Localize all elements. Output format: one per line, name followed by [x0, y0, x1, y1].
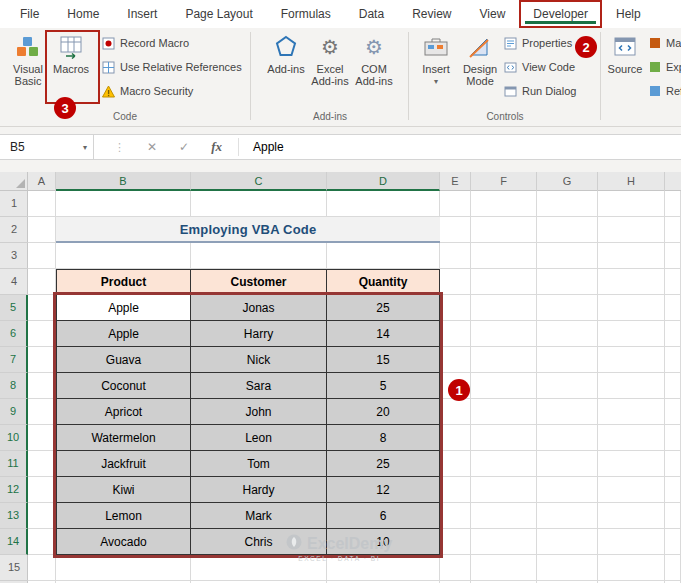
refresh-data-button[interactable]: Ref [648, 84, 681, 98]
chevron-down-icon[interactable]: ▾ [83, 143, 87, 152]
tab-developer[interactable]: Developer [519, 0, 602, 28]
tab-insert[interactable]: Insert [113, 0, 171, 28]
formula-bar-value[interactable]: Apple [253, 140, 284, 154]
column-header-F[interactable]: F [471, 172, 537, 191]
refresh-data-icon [648, 85, 661, 98]
row-header-2[interactable]: 2 [0, 217, 28, 243]
tab-data[interactable]: Data [345, 0, 398, 28]
expansion-packs-icon [648, 61, 661, 74]
row-header-10[interactable]: 10 [0, 425, 28, 451]
column-header-G[interactable]: G [537, 172, 598, 191]
add-ins-button[interactable]: Add-ins [264, 33, 308, 75]
tab-formulas[interactable]: Formulas [267, 0, 345, 28]
properties-button[interactable]: Properties [504, 36, 576, 50]
table-cell[interactable]: Coconut [56, 373, 191, 399]
expansion-packs-button[interactable]: Exp [648, 60, 681, 74]
tab-page-layout[interactable]: Page Layout [171, 0, 266, 28]
run-dialog-label: Run Dialog [522, 85, 576, 97]
table-cell[interactable]: 15 [327, 347, 440, 373]
record-macro-icon [102, 37, 115, 50]
row-header-3[interactable]: 3 [0, 243, 28, 269]
table-cell[interactable]: Kiwi [56, 477, 191, 503]
table-cell[interactable]: Watermelon [56, 425, 191, 451]
group-separator [250, 32, 251, 120]
table-cell[interactable]: John [191, 399, 327, 425]
design-mode-button[interactable]: Design Mode [458, 33, 502, 87]
tab-file[interactable]: File [6, 0, 53, 28]
row-header-13[interactable]: 13 [0, 503, 28, 529]
table-cell[interactable]: Avocado [56, 529, 191, 555]
table-cell[interactable]: 6 [327, 503, 440, 529]
macro-security-button[interactable]: Macro Security [102, 84, 242, 98]
row-header-15[interactable]: 15 [0, 555, 28, 581]
table-cell[interactable]: 25 [327, 451, 440, 477]
column-header-B[interactable]: B [56, 172, 191, 191]
macro-security-label: Macro Security [120, 85, 193, 97]
insert-control-button[interactable]: Insert ▾ [418, 33, 454, 88]
column-header-D[interactable]: D [327, 172, 440, 191]
table-cell[interactable]: Apricot [56, 399, 191, 425]
row-header-12[interactable]: 12 [0, 477, 28, 503]
record-macro-button[interactable]: Record Macro [102, 36, 242, 50]
gridline-vertical [597, 191, 598, 583]
table-cell[interactable]: Jackfruit [56, 451, 191, 477]
row-header-11[interactable]: 11 [0, 451, 28, 477]
cancel-icon[interactable]: ✕ [147, 140, 157, 154]
column-header-E[interactable]: E [440, 172, 471, 191]
run-dialog-button[interactable]: Run Dialog [504, 84, 576, 98]
chevron-down-icon: ▾ [434, 76, 438, 88]
com-add-ins-button[interactable]: ⚙ COM Add-ins [352, 33, 396, 87]
table-cell[interactable]: 12 [327, 477, 440, 503]
use-relative-references-button[interactable]: Use Relative References [102, 60, 242, 74]
name-box[interactable]: B5 ▾ [0, 135, 94, 159]
tab-view[interactable]: View [466, 0, 520, 28]
table-cell[interactable]: 25 [327, 295, 440, 321]
enter-icon[interactable]: ✓ [179, 140, 189, 154]
source-label: Source [608, 63, 643, 75]
row-header-9[interactable]: 9 [0, 399, 28, 425]
column-header-A[interactable]: A [28, 172, 56, 191]
row-header-8[interactable]: 8 [0, 373, 28, 399]
row-header-14[interactable]: 14 [0, 529, 28, 555]
table-cell[interactable]: Harry [191, 321, 327, 347]
table-cell[interactable]: Leon [191, 425, 327, 451]
row-header-4[interactable]: 4 [0, 269, 28, 295]
map-properties-button[interactable]: Ma [648, 36, 681, 50]
table-cell[interactable]: Sara [191, 373, 327, 399]
view-code-button[interactable]: View Code [504, 60, 576, 74]
formula-bar-separator [238, 138, 239, 156]
annotation-step-3: 3 [54, 97, 76, 119]
excel-add-ins-button[interactable]: ⚙ Excel Add-ins [308, 33, 352, 87]
row-header-1[interactable]: 1 [0, 191, 28, 217]
properties-label: Properties [522, 37, 572, 49]
table-cell[interactable]: Apple [56, 295, 191, 321]
column-header-C[interactable]: C [191, 172, 327, 191]
column-header-H[interactable]: H [598, 172, 665, 191]
row-header-6[interactable]: 6 [0, 321, 28, 347]
visual-basic-button[interactable]: Visual Basic [8, 33, 48, 87]
table-cell[interactable]: 5 [327, 373, 440, 399]
table-cell[interactable]: Mark [191, 503, 327, 529]
table-cell[interactable]: Apple [56, 321, 191, 347]
table-cell[interactable]: Lemon [56, 503, 191, 529]
table-cell[interactable]: Guava [56, 347, 191, 373]
table-cell[interactable]: 20 [327, 399, 440, 425]
row-header-7[interactable]: 7 [0, 347, 28, 373]
select-all-corner[interactable] [0, 172, 28, 191]
tab-review[interactable]: Review [398, 0, 465, 28]
table-cell[interactable]: Nick [191, 347, 327, 373]
watermark-tagline: EXCEL · DATA · BI [298, 555, 380, 562]
annotation-step-2: 2 [575, 36, 597, 58]
table-cell[interactable]: Jonas [191, 295, 327, 321]
tab-help[interactable]: Help [602, 0, 655, 28]
tab-home[interactable]: Home [53, 0, 113, 28]
sheet-grid[interactable]: Employing VBA Code ProductCustomerQuanti… [28, 191, 681, 583]
worksheet: ABCDEFGH 123456789101112131415 Employing… [0, 172, 681, 583]
table-cell[interactable]: Tom [191, 451, 327, 477]
table-cell[interactable]: 14 [327, 321, 440, 347]
source-button[interactable]: Source [606, 33, 644, 75]
table-cell[interactable]: Hardy [191, 477, 327, 503]
table-cell[interactable]: 8 [327, 425, 440, 451]
row-header-5[interactable]: 5 [0, 295, 28, 321]
insert-function-icon[interactable]: fx [211, 139, 222, 155]
